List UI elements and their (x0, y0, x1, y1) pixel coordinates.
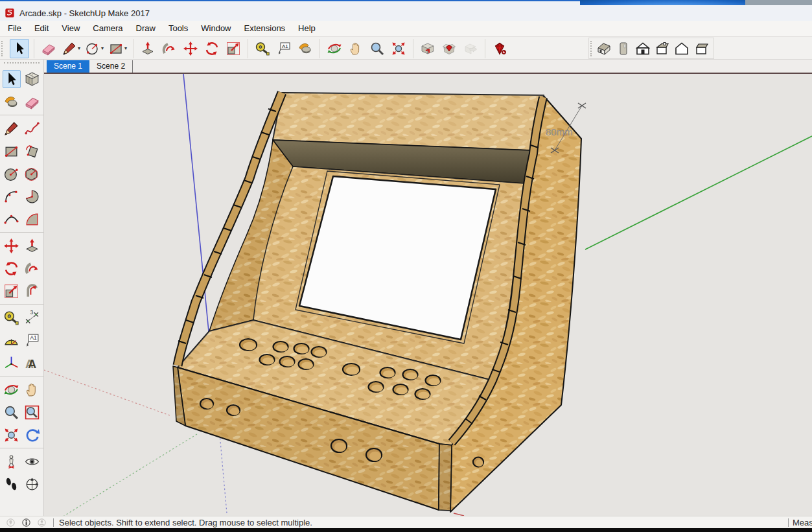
sidebar-tool-circle[interactable] (3, 165, 21, 183)
tool-share-component[interactable] (461, 39, 480, 58)
sidebar-tool-tape-measure[interactable] (3, 308, 21, 327)
tool-zoom[interactable] (367, 39, 387, 58)
sidebar-tool-dimensions[interactable] (23, 308, 41, 327)
sidebar-tool-rotate[interactable] (3, 259, 21, 277)
tool-line-dropdown[interactable]: ▾ (78, 45, 80, 51)
views-toolbar-drag-handle[interactable] (590, 41, 592, 56)
tool-select[interactable] (10, 39, 29, 58)
menu-file[interactable]: File (1, 21, 28, 36)
tool-tape-measure[interactable] (253, 39, 272, 58)
scale-icon (3, 283, 19, 299)
sidebar-tool-push-pull[interactable] (23, 237, 41, 255)
sidebar-tool-pie[interactable] (23, 210, 41, 228)
sidebar-tool-rotated-rectangle[interactable] (23, 142, 41, 160)
sidebar-tool-paint-bucket[interactable] (3, 93, 21, 111)
tool-line[interactable]: ▾ (60, 39, 82, 58)
sidebar-tool-position-camera[interactable] (3, 452, 21, 470)
sidebar-tool-eraser[interactable] (23, 93, 41, 111)
title-bar[interactable]: Arcade.skp - SketchUp Make 2017 (0, 5, 812, 21)
scene-tabs-bar: Scene 1Scene 2 (44, 60, 812, 74)
sidebar-tool-three-point-arc[interactable] (3, 210, 21, 228)
sidebar-tool-pan[interactable] (23, 380, 41, 399)
tool-share-model[interactable] (439, 39, 459, 58)
sidebar-tool-zoom-window[interactable] (23, 403, 41, 421)
toolbar-drag-handle[interactable] (1, 41, 3, 56)
walk-icon (3, 476, 19, 492)
sidebar-tool-follow-me[interactable] (23, 259, 41, 277)
tool-zoom-extents[interactable] (389, 39, 408, 58)
menu-window[interactable]: Window (194, 21, 237, 36)
sign-in-icon[interactable] (37, 518, 47, 527)
component-icon (24, 71, 40, 87)
sidebar-drag-handle[interactable] (4, 62, 40, 64)
scene-tab-scene-2[interactable]: Scene 2 (89, 60, 133, 73)
menu-extensions[interactable]: Extensions (238, 21, 292, 36)
followme-icon (24, 260, 40, 277)
toolbar-group (413, 39, 485, 58)
sidebar-tool-move[interactable] (3, 237, 21, 255)
tool-shapes-dropdown[interactable]: ▾ (124, 45, 127, 51)
tool-text[interactable] (274, 39, 294, 58)
sidebar-tool-make-component[interactable] (23, 70, 41, 88)
tool-shapes[interactable]: ▾ (107, 39, 128, 58)
sidebar-tool-look-around[interactable] (23, 452, 41, 470)
sidebar-tool-walk[interactable] (3, 475, 21, 493)
tool-follow-me[interactable] (159, 39, 179, 58)
menu-help[interactable]: Help (292, 21, 322, 36)
sidebar-tool-freehand[interactable] (23, 119, 41, 137)
viewport-canvas[interactable]: 80mm (44, 74, 812, 516)
sidebar-tool-axes[interactable] (3, 354, 21, 372)
tool-eraser[interactable] (39, 39, 58, 58)
rect-icon (3, 143, 19, 159)
tool-view-back[interactable] (672, 39, 691, 58)
sidebar-tool-polygon[interactable] (23, 165, 41, 183)
sidebar-tool-scale[interactable] (3, 282, 21, 300)
tool-view-left[interactable] (691, 39, 711, 58)
sidebar-tool-previous[interactable] (23, 426, 41, 444)
tool-view-front[interactable] (633, 39, 653, 58)
tool-move[interactable] (181, 39, 200, 58)
tool-arcs-dropdown[interactable]: ▾ (101, 45, 104, 51)
tool-3d-warehouse[interactable] (418, 39, 437, 58)
sidebar-tool-offset[interactable] (23, 282, 41, 300)
tool-rotate[interactable] (202, 39, 222, 58)
tool-paint-bucket[interactable] (296, 39, 315, 58)
menu-edit[interactable]: Edit (28, 21, 55, 36)
sidebar-tool-zoom[interactable] (3, 403, 21, 421)
tool-arcs[interactable]: ▾ (84, 39, 105, 58)
menu-view[interactable]: View (55, 21, 86, 36)
menu-tools[interactable]: Tools (162, 21, 194, 36)
zoom-icon (369, 41, 385, 56)
sidebar-tool-section-plane[interactable] (23, 475, 41, 493)
tool-orbit[interactable] (325, 39, 344, 58)
menu-camera[interactable]: Camera (86, 21, 129, 36)
sidebar-tool-3d-text[interactable] (23, 354, 41, 372)
tool-view-top[interactable] (614, 39, 633, 58)
geolocation-icon[interactable] (6, 518, 16, 527)
sidebar-tool-select[interactable] (3, 70, 21, 88)
sidebar-tool-two-point-arc[interactable] (23, 187, 41, 205)
sidebar-tool-protractor[interactable] (3, 331, 21, 349)
tool-push-pull[interactable] (138, 39, 157, 58)
sidebar-group (0, 233, 43, 305)
sidebar-tool-rectangle[interactable] (3, 142, 21, 160)
sidebar-tool-zoom-extents[interactable] (3, 426, 21, 444)
tool-view-right[interactable] (653, 39, 672, 58)
scene-tab-scene-1[interactable]: Scene 1 (47, 60, 89, 73)
sidebar-tool-orbit[interactable] (3, 380, 21, 399)
viewport[interactable]: 80mm (44, 74, 812, 516)
tool-scale[interactable] (224, 39, 243, 58)
sidebar-tool-text[interactable] (23, 331, 41, 349)
status-bar: Select objects. Shift to extend select. … (0, 516, 812, 528)
tool-view-iso[interactable] (594, 39, 614, 58)
tool-pan[interactable] (346, 39, 365, 58)
sidebar-tool-line[interactable] (3, 119, 21, 137)
credits-info-icon[interactable] (21, 518, 31, 527)
toolbar-group (133, 39, 248, 58)
sidebar-group (0, 115, 43, 233)
look-icon (24, 454, 40, 470)
pencil-icon (62, 41, 77, 56)
tool-extension-warehouse[interactable] (490, 39, 509, 58)
menu-draw[interactable]: Draw (130, 21, 162, 36)
sidebar-tool-arc[interactable] (3, 187, 21, 205)
